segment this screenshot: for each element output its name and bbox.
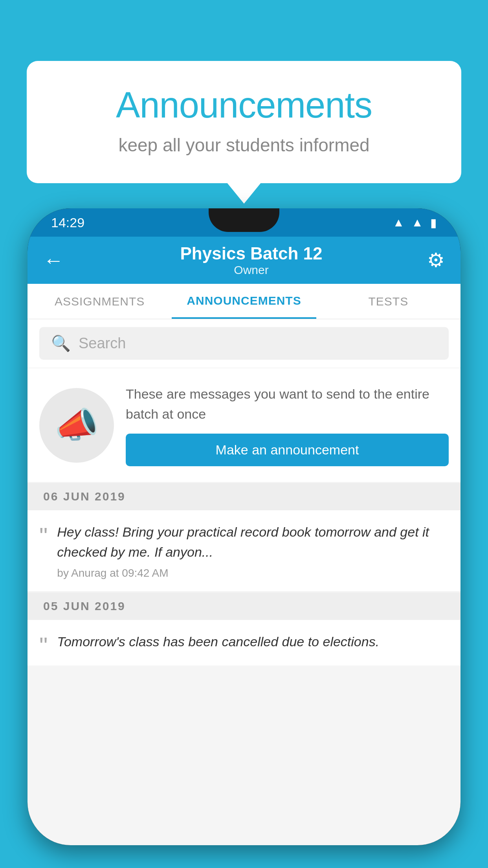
- notch: [209, 208, 279, 232]
- announcement-item-1[interactable]: " Hey class! Bring your practical record…: [28, 510, 460, 592]
- announcement-item-2[interactable]: " Tomorrow's class has been cancelled du…: [28, 620, 460, 666]
- signal-icon: ▲: [411, 216, 423, 229]
- tab-tests[interactable]: TESTS: [316, 284, 460, 319]
- status-time: 14:29: [51, 215, 84, 230]
- status-icons: ▲ ▲ ▮: [393, 216, 437, 230]
- wifi-icon: ▲: [393, 216, 405, 229]
- announcement-text-1: Hey class! Bring your practical record b…: [57, 522, 449, 562]
- status-bar: 14:29 ▲ ▲ ▮: [28, 208, 460, 237]
- announcement-prompt-right: These are messages you want to send to t…: [126, 384, 449, 466]
- megaphone-circle: 📣: [39, 388, 114, 463]
- announcement-content-1: Hey class! Bring your practical record b…: [57, 522, 449, 579]
- tab-assignments[interactable]: ASSIGNMENTS: [28, 284, 172, 319]
- app-bar-title: Physics Batch 12: [75, 244, 427, 263]
- app-bar-title-section: Physics Batch 12 Owner: [75, 244, 427, 277]
- settings-icon[interactable]: ⚙: [427, 249, 445, 272]
- date-separator-2: 05 JUN 2019: [28, 592, 460, 620]
- battery-icon: ▮: [430, 216, 437, 230]
- tab-announcements[interactable]: ANNOUNCEMENTS: [172, 284, 316, 319]
- search-placeholder: Search: [79, 335, 126, 352]
- app-bar-subtitle: Owner: [75, 263, 427, 277]
- announcement-bubble: Announcements keep all your students inf…: [27, 61, 461, 183]
- search-input-wrap[interactable]: 🔍 Search: [39, 327, 449, 360]
- prompt-text: These are messages you want to send to t…: [126, 384, 449, 424]
- back-button[interactable]: ←: [43, 248, 64, 272]
- megaphone-icon: 📣: [55, 405, 99, 446]
- bubble-subtitle: keep all your students informed: [58, 134, 430, 156]
- search-bar-container: 🔍 Search: [28, 319, 460, 368]
- tab-bar: ASSIGNMENTS ANNOUNCEMENTS TESTS: [28, 284, 460, 319]
- announcement-text-2: Tomorrow's class has been cancelled due …: [57, 632, 449, 652]
- announcement-meta-1: by Anurag at 09:42 AM: [57, 567, 449, 579]
- search-icon: 🔍: [51, 334, 71, 353]
- phone-frame: 14:29 ▲ ▲ ▮ ← Physics Batch 12 Owner ⚙ A…: [28, 208, 460, 845]
- phone-content: 🔍 Search 📣 These are messages you want t…: [28, 319, 460, 845]
- make-announcement-button[interactable]: Make an announcement: [126, 434, 449, 466]
- announcement-content-2: Tomorrow's class has been cancelled due …: [57, 632, 449, 657]
- quote-icon-2: ": [39, 634, 48, 658]
- bubble-title: Announcements: [58, 85, 430, 126]
- date-separator-1: 06 JUN 2019: [28, 483, 460, 510]
- app-bar: ← Physics Batch 12 Owner ⚙: [28, 237, 460, 284]
- quote-icon-1: ": [39, 524, 48, 548]
- announcement-prompt-section: 📣 These are messages you want to send to…: [28, 368, 460, 482]
